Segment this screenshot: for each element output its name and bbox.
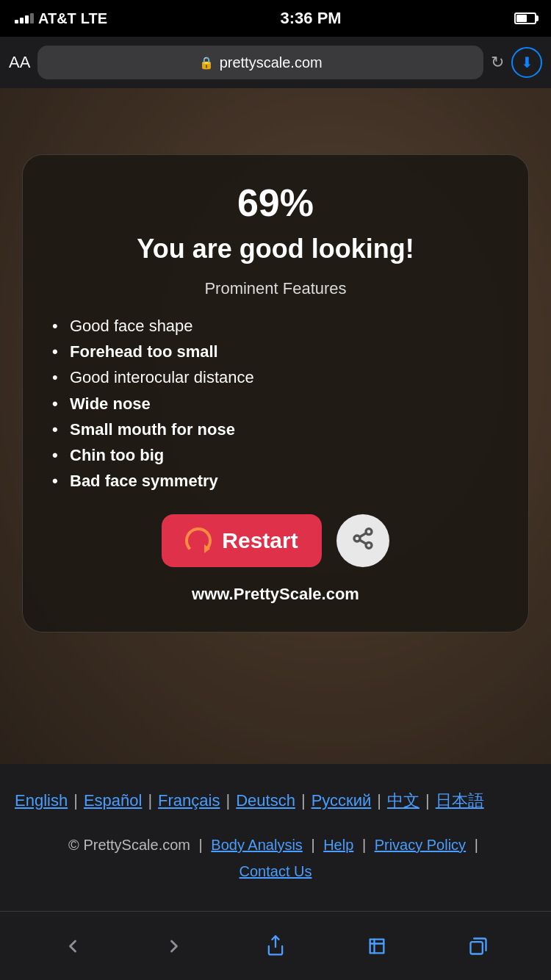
url-bar[interactable]: 🔒 prettyscale.com bbox=[37, 46, 483, 79]
lang-espanol[interactable]: Español bbox=[84, 785, 143, 817]
ios-bottom-bar bbox=[0, 911, 551, 980]
feature-2: Forehead too small bbox=[52, 339, 499, 364]
footer-sep-2: | bbox=[311, 837, 319, 853]
svg-line-3 bbox=[359, 540, 366, 544]
privacy-policy-link[interactable]: Privacy Policy bbox=[375, 837, 466, 853]
back-button[interactable] bbox=[51, 928, 95, 965]
lang-francais[interactable]: Français bbox=[158, 785, 220, 817]
action-buttons: Restart bbox=[52, 514, 499, 567]
restart-label: Restart bbox=[222, 528, 298, 553]
lang-japanese[interactable]: 日本語 bbox=[436, 785, 484, 817]
signal-bar-2 bbox=[20, 18, 24, 24]
score-display: 69% bbox=[52, 181, 499, 225]
bookmarks-button[interactable] bbox=[355, 928, 399, 965]
battery-icon bbox=[514, 12, 536, 24]
download-button[interactable]: ⬇ bbox=[511, 47, 542, 78]
footer-sep-4: | bbox=[475, 837, 478, 853]
share-button[interactable] bbox=[336, 514, 389, 567]
network-label: LTE bbox=[81, 10, 107, 27]
prominent-features-label: Prominent Features bbox=[52, 279, 499, 298]
text-size-button[interactable]: AA bbox=[9, 53, 30, 72]
lang-sep-3: | bbox=[226, 785, 230, 817]
reload-icon[interactable]: ↻ bbox=[491, 53, 504, 72]
feature-7: Bad face symmetry bbox=[52, 468, 499, 494]
footer-links: © PrettyScale.com | Body Analysis | Help… bbox=[15, 832, 536, 884]
signal-bar-4 bbox=[30, 13, 34, 24]
lang-chinese[interactable]: 中文 bbox=[387, 785, 419, 817]
lang-sep-2: | bbox=[148, 785, 152, 817]
result-title: You are good looking! bbox=[52, 234, 499, 264]
lang-deutsch[interactable]: Deutsch bbox=[236, 785, 295, 817]
lang-sep-5: | bbox=[377, 785, 381, 817]
forward-button[interactable] bbox=[152, 928, 196, 965]
lang-russian[interactable]: Русский bbox=[311, 785, 372, 817]
download-arrow: ⬇ bbox=[521, 54, 533, 71]
status-time: 3:36 PM bbox=[280, 9, 341, 28]
signal-bar-1 bbox=[15, 20, 18, 24]
footer-sep-1: | bbox=[199, 837, 207, 853]
feature-3: Good interocular distance bbox=[52, 364, 499, 390]
tabs-button[interactable] bbox=[456, 928, 500, 965]
restart-button[interactable]: Restart bbox=[162, 514, 321, 567]
main-content: 69% You are good looking! Prominent Feat… bbox=[0, 88, 551, 764]
restart-icon bbox=[185, 527, 212, 554]
feature-1: Good face shape bbox=[52, 313, 499, 339]
status-right bbox=[514, 12, 536, 24]
signal-bar-3 bbox=[25, 15, 29, 24]
svg-rect-6 bbox=[471, 942, 483, 954]
feature-5: Small mouth for nose bbox=[52, 417, 499, 442]
status-left: AT&T LTE bbox=[15, 10, 107, 27]
lang-sep-6: | bbox=[425, 785, 430, 817]
share-nav-button[interactable] bbox=[253, 928, 298, 965]
website-url: www.PrettyScale.com bbox=[52, 585, 499, 604]
features-list: Good face shape Forehead too small Good … bbox=[52, 313, 499, 494]
carrier-label: AT&T bbox=[38, 10, 76, 27]
url-text: prettyscale.com bbox=[220, 54, 323, 71]
svg-line-4 bbox=[359, 533, 366, 536]
status-bar: AT&T LTE 3:36 PM bbox=[0, 0, 551, 37]
battery-fill bbox=[516, 15, 527, 22]
copyright-text: © PrettyScale.com bbox=[68, 837, 190, 853]
address-bar: AA 🔒 prettyscale.com ↻ ⬇ bbox=[0, 37, 551, 88]
results-card: 69% You are good looking! Prominent Feat… bbox=[22, 154, 529, 633]
footer: English | Español | Français | Deutsch |… bbox=[0, 764, 551, 911]
share-icon bbox=[351, 527, 375, 555]
body-analysis-link[interactable]: Body Analysis bbox=[211, 837, 303, 853]
language-links: English | Español | Français | Deutsch |… bbox=[15, 785, 536, 817]
lang-sep-4: | bbox=[301, 785, 306, 817]
footer-sep-3: | bbox=[362, 837, 370, 853]
signal-bars bbox=[15, 13, 34, 24]
help-link[interactable]: Help bbox=[323, 837, 353, 853]
lang-sep-1: | bbox=[73, 785, 78, 817]
feature-6: Chin too big bbox=[52, 442, 499, 468]
contact-us-link[interactable]: Contact Us bbox=[240, 863, 312, 879]
lang-english[interactable]: English bbox=[15, 785, 68, 817]
feature-4: Wide nose bbox=[52, 391, 499, 417]
lock-icon: 🔒 bbox=[199, 56, 214, 70]
